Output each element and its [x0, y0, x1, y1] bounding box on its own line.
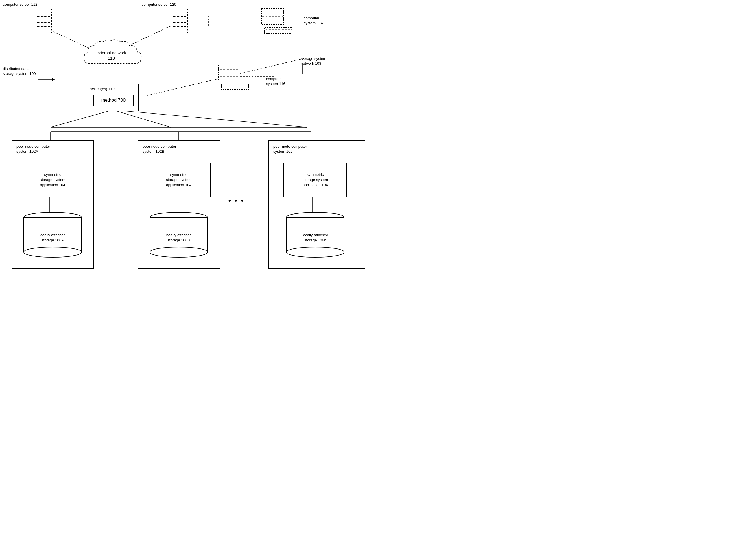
svg-text:storage 106A: storage 106A [41, 238, 64, 242]
peer-node-102B: peer node computersystem 102B symmetrics… [138, 140, 220, 269]
peer-node-102B-label: peer node computersystem 102B [143, 144, 176, 154]
computer-116-icon [217, 64, 257, 92]
switches-box: switch(es) 110 method 700 [87, 84, 139, 111]
svg-text:locally attached: locally attached [40, 233, 66, 237]
peer-node-102A-label: peer node computersystem 102A [16, 144, 50, 154]
computer-server-120-label: computer server 120 [142, 2, 176, 7]
svg-text:locally attached: locally attached [166, 233, 192, 237]
ssapp-102B-label: symmetricstorage systemapplication 104 [166, 172, 191, 188]
ssapp-102n-label: symmetricstorage systemapplication 104 [303, 172, 328, 188]
diagram: computer server 112 computer server 120 … [0, 0, 378, 275]
switches-label: switch(es) 110 [90, 87, 141, 92]
ssapp-102B-box: symmetricstorage systemapplication 104 [147, 163, 211, 197]
computer-system-114-label: computersystem 114 [304, 16, 323, 26]
storage-106A-cylinder: locally attached storage 106A [21, 212, 84, 259]
app-to-storage-102B-line [173, 197, 179, 212]
ellipsis-label: • • • [228, 197, 244, 205]
arrow-distributed [38, 74, 55, 85]
svg-point-46 [150, 247, 208, 257]
svg-text:storage 106B: storage 106B [167, 238, 190, 242]
computer-server-112-label: computer server 112 [3, 2, 37, 7]
ssapp-102A-box: symmetricstorage systemapplication 104 [21, 163, 84, 197]
svg-marker-16 [52, 78, 55, 81]
method-box: method 700 [93, 95, 134, 106]
svg-point-38 [24, 247, 82, 257]
storage-106B-cylinder: locally attached storage 106B [147, 212, 211, 259]
method-label: method 700 [101, 98, 126, 103]
distributed-data-label: distributed datastorage system 100 [3, 67, 36, 76]
svg-line-3 [51, 110, 113, 127]
peer-node-102A: peer node computersystem 102A symmetrics… [12, 140, 94, 269]
server-120-icon [171, 9, 188, 33]
peer-node-102n-label: peer node computersystem 102n [273, 144, 307, 154]
external-network-cloud: external network 118 [78, 38, 145, 73]
svg-point-54 [286, 247, 344, 257]
ssapp-102n-box: symmetricstorage systemapplication 104 [283, 163, 347, 197]
storage-system-network-label: storage systemnetwork 108 [301, 56, 326, 66]
svg-text:118: 118 [108, 56, 115, 60]
ssapp-102A-label: symmetricstorage systemapplication 104 [40, 172, 65, 188]
computer-system-116-label: computersystem 116 [266, 77, 285, 86]
svg-line-5 [113, 110, 307, 127]
svg-rect-21 [265, 27, 292, 33]
computer-114-icon [260, 7, 301, 36]
app-to-storage-102n-line [309, 197, 315, 212]
peer-node-102n: peer node computersystem 102n symmetrics… [268, 140, 365, 269]
svg-text:external network: external network [97, 51, 127, 55]
svg-text:locally attached: locally attached [302, 233, 328, 237]
svg-text:storage 106n: storage 106n [304, 238, 326, 242]
app-to-storage-102A-line [47, 197, 53, 212]
svg-line-4 [113, 110, 171, 127]
svg-rect-27 [221, 84, 249, 90]
arrow-storage-network [301, 65, 304, 74]
server-112-icon [35, 9, 52, 33]
storage-106n-cylinder: locally attached storage 106n [283, 212, 347, 259]
